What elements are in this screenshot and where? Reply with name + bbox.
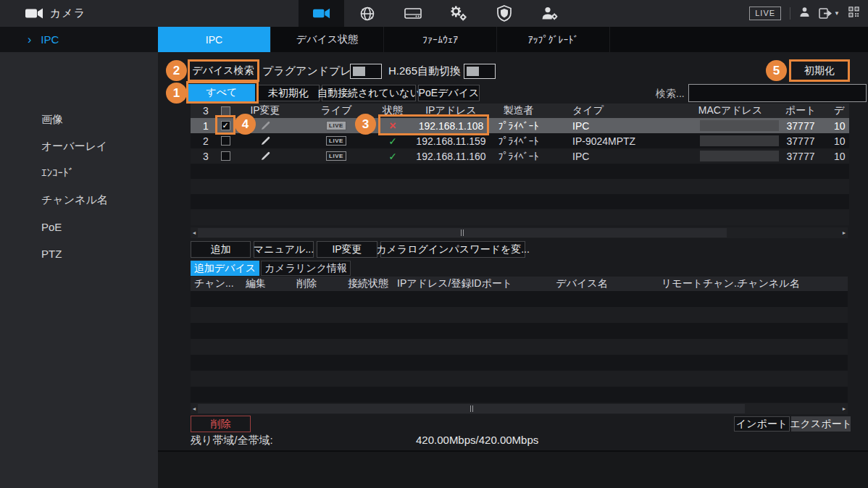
tab-ipc[interactable]: IPC <box>158 27 271 52</box>
plug-and-play-label: プラグアンドプレイ <box>262 64 362 78</box>
device-count: 3 <box>195 104 217 118</box>
scroll-left-icon[interactable]: ◄ <box>191 227 198 238</box>
main-nav <box>299 0 572 27</box>
sidebar-item-ipc[interactable]: › IPC <box>0 27 158 52</box>
scrollbar-thumb[interactable] <box>198 228 727 237</box>
nav-security-icon[interactable] <box>481 0 527 27</box>
user-icon[interactable] <box>799 7 810 20</box>
filter-not-auto-connected-button[interactable]: 自動接続されていない <box>322 85 416 101</box>
search-input[interactable] <box>688 84 867 102</box>
camera-settings-screen: カメラ <box>0 0 868 488</box>
row-port: 37777 <box>779 118 822 133</box>
empty-row <box>191 307 848 323</box>
mac-masked <box>700 151 779 161</box>
tab-firmware[interactable]: ﾌｧｰﾑｳｪｱ <box>384 27 497 52</box>
initialize-button[interactable]: 初期化 <box>792 62 847 80</box>
table-row[interactable]: 2 LIVE ✓ 192.168.11.159 ﾌﾟﾗｲﾍﾞｰﾄ IP-9024… <box>191 133 849 148</box>
main-content: デバイス検索 プラグアンドプレイ H.265自動切換 初期化 すべて 未初期化 … <box>158 52 868 488</box>
toggle-knob <box>353 67 365 76</box>
col-type: タイプ <box>572 104 681 118</box>
live-badge[interactable]: LIVE <box>326 136 346 146</box>
live-badge[interactable]: LIVE <box>326 121 346 130</box>
row-ip: 192.168.11.159 <box>409 133 493 148</box>
sidebar-item-encode[interactable]: ｴﾝｺｰﾄﾞ <box>41 167 74 179</box>
edit-pencil-icon[interactable] <box>254 148 276 164</box>
sidebar-item-poe[interactable]: PoE <box>41 221 62 233</box>
tab-added-device[interactable]: 追加デバイス <box>191 261 259 276</box>
row-ip: 192.168.11.160 <box>409 148 493 164</box>
top-bar: カメラ <box>0 0 868 27</box>
row-extra: 10 <box>834 133 849 148</box>
filter-poe-button[interactable]: PoEデバイス <box>418 85 480 101</box>
col-manufacturer: 製造者 <box>484 104 553 118</box>
mac-masked <box>700 135 779 146</box>
add-button[interactable]: 追加 <box>191 241 251 258</box>
empty-row <box>191 179 849 194</box>
col-ip: IPアドレス <box>409 104 493 118</box>
sidebar-item-ptz[interactable]: PTZ <box>41 248 62 260</box>
col-delete: 削除 <box>292 277 321 291</box>
nav-account-icon[interactable] <box>527 0 572 27</box>
table-row[interactable]: 1 ✓ LIVE × 192.168.1.108 ﾌﾟﾗｲﾍﾞｰﾄ IPC 37… <box>191 118 849 133</box>
device-table-scrollbar[interactable]: ◄ ► <box>191 227 848 238</box>
h265-auto-toggle[interactable] <box>464 64 496 79</box>
col-channel-name: チャンネル名 <box>738 277 800 291</box>
table-row[interactable]: 3 LIVE ✓ 192.168.11.160 ﾌﾟﾗｲﾍﾞｰﾄ IPC 377… <box>191 148 849 164</box>
live-badge[interactable]: LIVE <box>326 151 346 161</box>
status-error-icon: × <box>383 118 402 133</box>
sidebar-item-channel-name[interactable]: チャンネル名 <box>41 193 108 207</box>
row-checkbox[interactable]: ✓ <box>221 121 230 130</box>
added-table-scrollbar[interactable]: ◄ ► <box>191 403 848 414</box>
row-checkbox[interactable] <box>221 151 230 161</box>
scrollbar-thumb[interactable] <box>198 404 745 413</box>
select-all-checkbox[interactable] <box>221 106 230 116</box>
h265-auto-label: H.265自動切換 <box>388 64 461 78</box>
edit-pencil-icon[interactable] <box>254 118 276 133</box>
added-table-header: チャン... 編集 削除 接続状態 IPアドレス/登録IDポート デバイス名 リ… <box>191 277 848 291</box>
edit-pencil-icon[interactable] <box>254 133 276 148</box>
row-ip: 192.168.1.108 <box>409 118 493 133</box>
nav-storage-icon[interactable] <box>390 0 435 27</box>
row-extra: 10 <box>834 148 849 164</box>
status-ok-icon: ✓ <box>383 133 402 148</box>
filter-uninitialized-button[interactable]: 未初期化 <box>257 85 320 101</box>
mac-masked <box>700 120 779 131</box>
row-checkbox[interactable] <box>221 136 230 146</box>
empty-row <box>191 323 848 339</box>
sidebar: 画像 オーバーレイ ｴﾝｺｰﾄﾞ チャンネル名 PoE PTZ <box>0 52 158 488</box>
status-ok-icon: ✓ <box>383 148 402 164</box>
filter-all-button[interactable]: すべて <box>188 84 255 101</box>
camera-title-icon <box>25 8 43 19</box>
col-live: ライブ <box>323 104 349 118</box>
nav-network-icon[interactable] <box>344 0 390 27</box>
import-button[interactable]: インポート <box>734 416 790 432</box>
logout-icon[interactable]: ▼ <box>819 8 840 19</box>
col-conn-status: 接続状態 <box>346 277 390 291</box>
modify-ip-button[interactable]: IP変更 <box>317 241 377 258</box>
scroll-left-icon[interactable]: ◄ <box>191 403 198 414</box>
plug-and-play-toggle[interactable] <box>350 64 382 79</box>
row-type: IP-9024MPTZ <box>572 133 681 148</box>
manual-add-button[interactable]: マニュアル... <box>254 241 314 258</box>
live-button[interactable]: LIVE <box>749 7 781 20</box>
device-search-button[interactable]: デバイス検索 <box>190 62 256 80</box>
col-channel: チャン... <box>194 277 234 291</box>
change-camera-password-button[interactable]: カメラログインパスワードを変... <box>380 241 525 258</box>
nav-camera-icon[interactable] <box>299 0 344 27</box>
toggle-knob <box>467 67 479 76</box>
scroll-right-icon[interactable]: ► <box>840 227 848 238</box>
col-ip-reg: IPアドレス/登録IDポート <box>397 277 512 291</box>
tab-device-status[interactable]: デバイス状態 <box>271 27 384 52</box>
qr-code-icon[interactable] <box>848 7 859 20</box>
export-button[interactable]: エクスポート <box>791 416 851 432</box>
sidebar-item-overlay[interactable]: オーバーレイ <box>41 140 107 153</box>
nav-settings-icon[interactable] <box>435 0 481 27</box>
sidebar-item-image[interactable]: 画像 <box>41 113 63 127</box>
delete-button[interactable]: 削除 <box>191 416 251 432</box>
scroll-right-icon[interactable]: ► <box>840 403 848 414</box>
empty-row <box>191 164 849 179</box>
row-index: 2 <box>195 133 217 148</box>
tab-camera-link-info[interactable]: カメラリンク情報 <box>261 261 351 276</box>
tab-upgrade[interactable]: ｱｯﾌﾟｸﾞﾚｰﾄﾞ <box>497 27 610 52</box>
empty-row <box>191 387 848 403</box>
